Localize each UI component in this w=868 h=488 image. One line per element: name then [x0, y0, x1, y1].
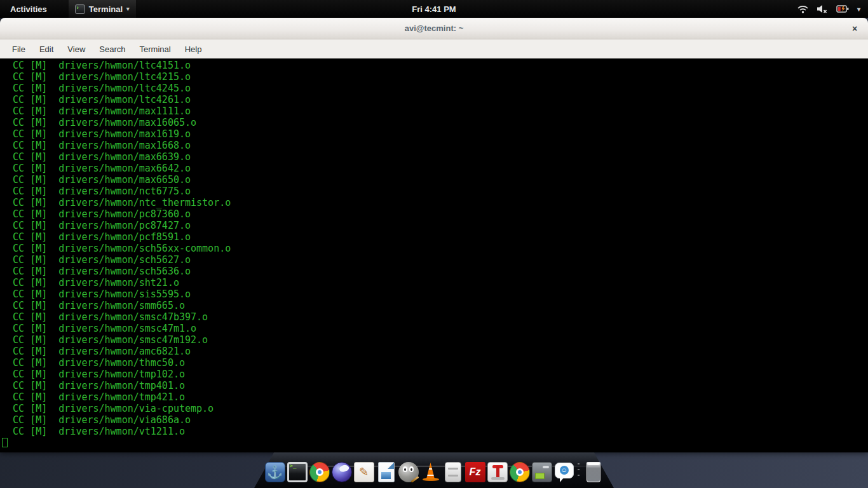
web-browser-globe-icon[interactable]	[332, 462, 352, 482]
terminal-line: CC [M] drivers/hwmon/ltc4215.o	[1, 71, 868, 83]
caliper-device-icon[interactable]	[532, 462, 552, 482]
docky-anchor-icon[interactable]: ⚓	[265, 462, 285, 482]
terminal-line: CC [M] drivers/hwmon/max6650.o	[1, 174, 868, 186]
volume-muted-icon	[817, 4, 829, 13]
terminal-line: CC [M] drivers/hwmon/ltc4151.o	[1, 60, 868, 71]
menu-item[interactable]: Edit	[32, 42, 60, 57]
terminal-icon: ›	[75, 4, 85, 14]
dock: ⚓ >_ ✎ Fz ☺ ⚓ >_ ✎ Fz ☺	[254, 452, 614, 488]
terminal-cursor	[2, 438, 8, 447]
battery-low-charging-icon	[836, 4, 850, 13]
dropdown-caret-icon: ▾	[857, 6, 860, 13]
close-button[interactable]: ×	[848, 22, 862, 35]
terminal-line: CC [M] drivers/hwmon/sch5627.o	[1, 254, 868, 266]
terminal-line: CC [M] drivers/hwmon/sch56xx-common.o	[1, 243, 868, 254]
terminal-line: CC [M] drivers/hwmon/max6639.o	[1, 151, 868, 163]
menu-item[interactable]: Help	[178, 42, 209, 57]
terminal-app-icon[interactable]: >_	[287, 462, 308, 482]
terminal-line: CC [M] drivers/hwmon/sis5595.o	[1, 288, 868, 300]
app-menu-label: Terminal	[89, 4, 123, 14]
system-status-area[interactable]: ▾	[797, 4, 868, 13]
gnome-top-bar: Activities › Terminal ▾ Fri 4:41 PM ▾	[0, 0, 868, 18]
document-viewer-icon[interactable]	[378, 462, 395, 482]
chrome-icon-2[interactable]	[510, 462, 530, 482]
beaker-icon[interactable]	[587, 462, 600, 482]
terminal-line: CC [M] drivers/hwmon/smsc47m192.o	[1, 334, 868, 346]
terminal-line: CC [M] drivers/hwmon/tmp102.o	[1, 369, 868, 380]
terminal-line: CC [M] drivers/hwmon/max6642.o	[1, 163, 868, 174]
menu-item[interactable]: Search	[92, 42, 132, 57]
terminal-line: CC [M] drivers/hwmon/smsc47m1.o	[1, 323, 868, 334]
terminal-line: CC [M] drivers/hwmon/ltc4245.o	[1, 83, 868, 94]
gimp-icon[interactable]	[398, 462, 419, 482]
terminal-output: CC [M] drivers/hwmon/ltc4151.o CC [M] dr…	[1, 60, 868, 437]
terminal-line: CC [M] drivers/hwmon/pcf8591.o	[1, 231, 868, 243]
wifi-icon	[797, 4, 809, 13]
menu-bar: FileEditViewSearchTerminalHelp	[0, 39, 868, 58]
terminal-line: CC [M] drivers/hwmon/pc87360.o	[1, 208, 868, 220]
terminal-line: CC [M] drivers/hwmon/nct6775.o	[1, 186, 868, 197]
app-menu[interactable]: › Terminal ▾	[69, 0, 136, 18]
terminal-line: CC [M] drivers/hwmon/sht21.o	[1, 277, 868, 288]
terminal-line: CC [M] drivers/hwmon/amc6821.o	[1, 346, 868, 357]
terminal-line: CC [M] drivers/hwmon/thmc50.o	[1, 357, 868, 369]
terminal-line: CC [M] drivers/hwmon/max1668.o	[1, 140, 868, 151]
dock-separator	[578, 463, 580, 480]
messenger-chat-icon[interactable]: ☺	[554, 462, 574, 482]
chrome-icon[interactable]	[309, 462, 330, 482]
terminal-line: CC [M] drivers/hwmon/vt1211.o	[1, 426, 868, 437]
menu-item[interactable]: View	[60, 42, 92, 57]
file-cabinet-icon[interactable]	[445, 462, 461, 482]
terminal-line: CC [M] drivers/hwmon/max1619.o	[1, 128, 868, 140]
chevron-down-icon: ▾	[126, 6, 130, 12]
terminal-line: CC [M] drivers/hwmon/ntc_thermistor.o	[1, 197, 868, 208]
dock-icons-row: ⚓ >_ ✎ Fz ☺	[254, 461, 614, 482]
terminal-line: CC [M] drivers/hwmon/pc87427.o	[1, 220, 868, 231]
filezilla-icon[interactable]: Fz	[465, 462, 485, 482]
menu-item[interactable]: File	[5, 42, 32, 57]
menu-item[interactable]: Terminal	[133, 42, 178, 57]
terminal-line: CC [M] drivers/hwmon/smm665.o	[1, 300, 868, 311]
terminal-window: avi@tecmint: ~ × FileEditViewSearchTermi…	[0, 18, 868, 452]
activities-button[interactable]: Activities	[0, 0, 57, 18]
text-editor-icon[interactable]: ✎	[354, 462, 374, 482]
terminal-line: CC [M] drivers/hwmon/tmp401.o	[1, 380, 868, 391]
vlc-icon[interactable]	[421, 462, 441, 482]
window-titlebar[interactable]: avi@tecmint: ~ ×	[0, 18, 868, 39]
terminal-line: CC [M] drivers/hwmon/max16065.o	[1, 117, 868, 128]
terminal-line: CC [M] drivers/hwmon/smsc47b397.o	[1, 311, 868, 323]
terminal-line: CC [M] drivers/hwmon/via686a.o	[1, 414, 868, 426]
terminal-line: CC [M] drivers/hwmon/tmp421.o	[1, 391, 868, 403]
window-title: avi@tecmint: ~	[405, 24, 464, 33]
terminal-line: CC [M] drivers/hwmon/via-cputemp.o	[1, 403, 868, 414]
terminal-line: CC [M] drivers/hwmon/sch5636.o	[1, 266, 868, 277]
terminal-line: CC [M] drivers/hwmon/ltc4261.o	[1, 94, 868, 105]
terminal-output-area[interactable]: CC [M] drivers/hwmon/ltc4151.o CC [M] dr…	[0, 58, 868, 452]
package-jack-tool-icon[interactable]	[487, 462, 508, 482]
terminal-line: CC [M] drivers/hwmon/max1111.o	[1, 105, 868, 117]
